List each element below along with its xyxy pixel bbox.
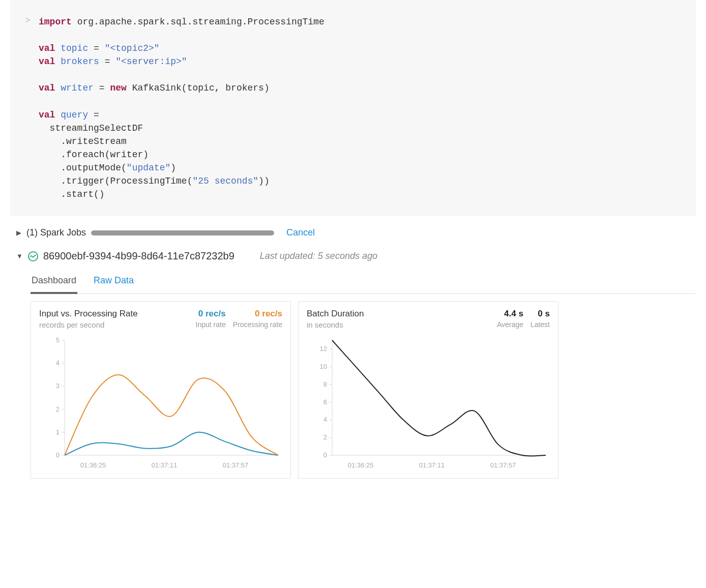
svg-text:12: 12 xyxy=(320,345,327,353)
keyword-import: import xyxy=(39,17,72,27)
svg-text:8: 8 xyxy=(323,380,327,388)
chart-batch-panel: Batch Duration in seconds 4.4 s Average … xyxy=(298,301,558,479)
svg-text:0: 0 xyxy=(323,451,327,459)
spark-jobs-progress-fill xyxy=(91,230,274,236)
chart-rate-body: 01234501:36:2501:37:1101:37:57 xyxy=(39,335,282,474)
svg-text:01:37:11: 01:37:11 xyxy=(419,461,445,469)
svg-text:0: 0 xyxy=(56,451,60,459)
chart-batch-body: 02468101201:36:2501:37:1101:37:57 xyxy=(307,335,550,474)
chart-rate-subtitle: records per second xyxy=(39,320,138,329)
svg-text:01:37:11: 01:37:11 xyxy=(152,461,178,469)
chart-batch-title: Batch Duration xyxy=(307,309,364,319)
svg-text:6: 6 xyxy=(323,398,327,406)
svg-text:3: 3 xyxy=(56,383,60,390)
svg-text:2: 2 xyxy=(56,405,60,413)
svg-text:1: 1 xyxy=(56,428,60,436)
chart-rate-panel: Input vs. Processing Rate records per se… xyxy=(31,301,291,479)
query-last-updated: Last updated: 5 seconds ago xyxy=(260,251,377,261)
batch-avg-value: 4.4 s xyxy=(497,309,523,319)
svg-text:4: 4 xyxy=(323,416,327,424)
chart-batch-subtitle: in seconds xyxy=(307,320,364,329)
input-rate-value: 0 rec/s xyxy=(196,309,226,319)
prompt-icon: > xyxy=(25,15,31,27)
chart-rate-title: Input vs. Processing Rate xyxy=(39,309,138,319)
svg-text:01:36:25: 01:36:25 xyxy=(348,461,374,469)
svg-text:4: 4 xyxy=(56,360,60,367)
cancel-link[interactable]: Cancel xyxy=(286,227,315,238)
svg-text:5: 5 xyxy=(56,336,60,344)
expand-jobs-icon[interactable]: ▶ xyxy=(16,229,21,237)
tab-raw-data[interactable]: Raw Data xyxy=(93,271,135,293)
input-rate-label: Input rate xyxy=(196,320,226,329)
tabs: Dashboard Raw Data xyxy=(31,271,696,294)
batch-latest-value: 0 s xyxy=(531,309,550,319)
collapse-query-icon[interactable]: ▼ xyxy=(16,252,23,260)
tab-dashboard[interactable]: Dashboard xyxy=(31,271,77,294)
svg-text:01:37:57: 01:37:57 xyxy=(490,461,516,469)
spark-jobs-progress xyxy=(91,230,274,236)
import-path: org.apache.spark.sql.streaming.Processin… xyxy=(77,17,325,27)
code-cell[interactable]: >import org.apache.spark.sql.streaming.P… xyxy=(10,0,696,216)
batch-latest-label: Latest xyxy=(531,320,550,329)
svg-text:01:37:57: 01:37:57 xyxy=(223,461,249,469)
streaming-status-icon xyxy=(28,251,38,261)
batch-avg-label: Average xyxy=(497,320,523,329)
processing-rate-label: Processing rate xyxy=(233,320,282,329)
query-id: 86900ebf-9394-4b99-8d64-11e7c87232b9 xyxy=(43,250,234,262)
svg-text:10: 10 xyxy=(320,363,327,370)
spark-jobs-label[interactable]: (1) Spark Jobs xyxy=(26,227,86,238)
svg-text:01:36:25: 01:36:25 xyxy=(80,461,106,469)
processing-rate-value: 0 rec/s xyxy=(233,309,282,319)
svg-text:2: 2 xyxy=(323,434,327,442)
